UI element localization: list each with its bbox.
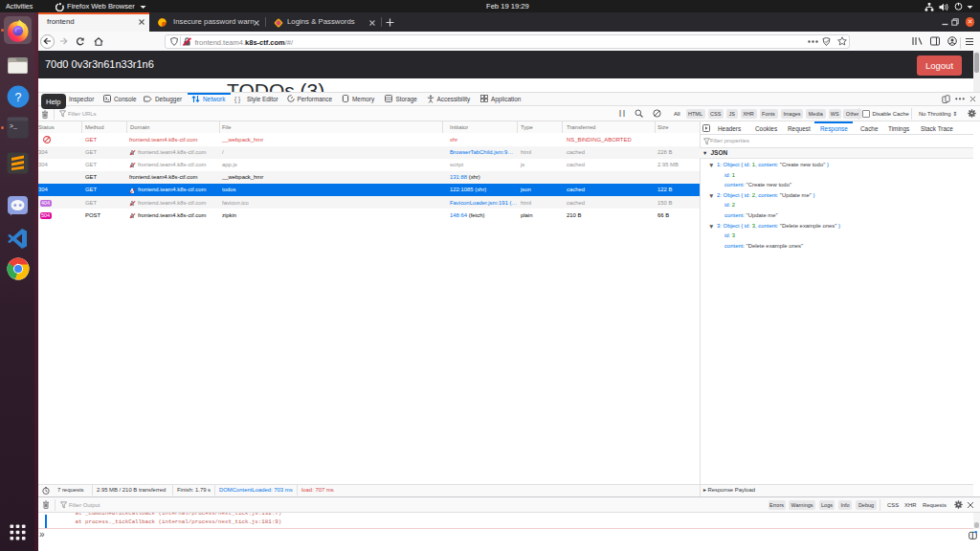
svg-text:>_: >_ — [10, 123, 17, 130]
svg-text:?: ? — [15, 91, 22, 104]
